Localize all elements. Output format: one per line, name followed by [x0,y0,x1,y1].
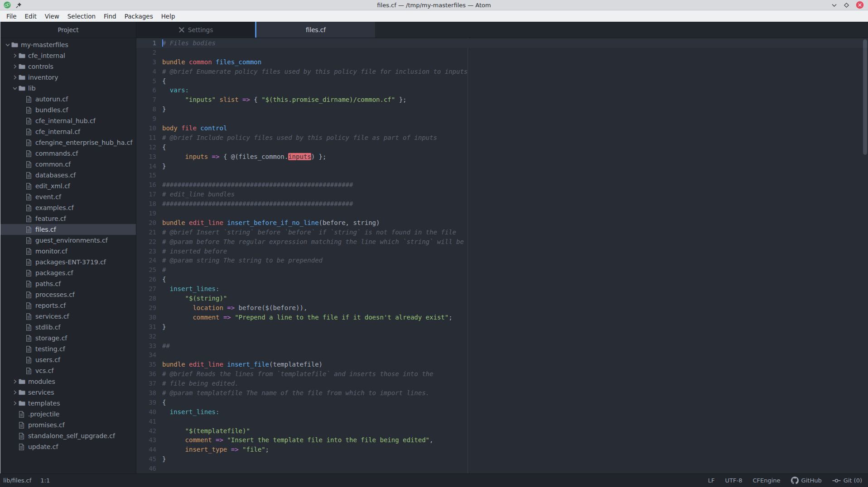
code-line-8[interactable]: 8} [136,105,868,114]
menu-edit[interactable]: Edit [21,13,41,20]
tree-item-my-masterfiles[interactable]: my-masterfiles [0,39,136,50]
code-line-9[interactable]: 9 [136,114,868,124]
tree-item-autorun.cf[interactable]: autorun.cf [0,94,136,105]
tree-item-files.cf[interactable]: files.cf [0,224,136,235]
code-line-43[interactable]: 43 comment => "Insert the template file … [136,435,868,445]
status-lf[interactable]: LF [708,477,715,484]
status-github[interactable]: GitHub [791,477,822,484]
status-git-0-[interactable]: Git (0) [832,477,862,484]
code-line-38[interactable]: 38# @param templatefile The name of the … [136,388,868,398]
menu-file[interactable]: File [2,13,21,20]
code-line-13[interactable]: 13 inputs => { @(files_common.inputs) }; [136,152,868,162]
close-button[interactable] [856,1,864,9]
tree-item-paths.cf[interactable]: paths.cf [0,278,136,289]
code-line-16[interactable]: 16######################################… [136,180,868,190]
code-line-10[interactable]: 10body file control [136,124,868,133]
code-line-2[interactable]: 2 [136,48,868,57]
code-line-35[interactable]: 35bundle edit_line insert_file(templatef… [136,360,868,369]
chevron-slot[interactable] [11,86,19,91]
tree-item-cfengine_enterprise_hub_ha.cf[interactable]: cfengine_enterprise_hub_ha.cf [0,137,136,148]
tree-item-services[interactable]: services [0,387,136,398]
code-line-21[interactable]: 21# @brief Insert `string` before `befor… [136,228,868,237]
tree-item-examples.cf[interactable]: examples.cf [0,202,136,213]
code-line-17[interactable]: 17# edit_line bundles [136,190,868,199]
code-line-19[interactable]: 19 [136,209,868,218]
code-line-46[interactable]: 46 [136,464,868,473]
code-line-39[interactable]: 39{ [136,398,868,407]
code-line-37[interactable]: 37# file being edited. [136,379,868,388]
tree-item-monitor.cf[interactable]: monitor.cf [0,246,136,257]
tree-item-templates[interactable]: templates [0,398,136,409]
code-line-41[interactable]: 41 [136,417,868,426]
tree-item-feature.cf[interactable]: feature.cf [0,213,136,224]
chevron-slot[interactable] [11,401,19,406]
tree-item-commands.cf[interactable]: commands.cf [0,148,136,159]
code-line-28[interactable]: 28 "$(string)" [136,294,868,303]
tree-item-cfe_internal[interactable]: cfe_internal [0,50,136,61]
tree-item-reports.cf[interactable]: reports.cf [0,300,136,311]
code-line-29[interactable]: 29 location => before($(before)), [136,303,868,313]
tab-settings[interactable]: Settings [136,22,255,38]
tree-item-storage.cf[interactable]: storage.cf [0,333,136,344]
menu-packages[interactable]: Packages [121,13,157,20]
tree-item-stdlib.cf[interactable]: stdlib.cf [0,322,136,333]
tree-item-services.cf[interactable]: services.cf [0,311,136,322]
tree-item-lib[interactable]: lib [0,83,136,94]
vertical-scrollbar[interactable] [863,39,867,155]
status-utf-8[interactable]: UTF-8 [725,477,743,484]
code-line-32[interactable]: 32 [136,332,868,341]
code-line-7[interactable]: 7 "inputs" slist => { "$(this.promise_di… [136,95,868,105]
code-line-30[interactable]: 30 comment => "Prepend a line to the fil… [136,313,868,322]
status-file-path[interactable]: lib/files.cf [3,477,31,484]
tree-item-packages-ENT-3719.cf[interactable]: packages-ENT-3719.cf [0,257,136,267]
code-line-25[interactable]: 25# [136,265,868,275]
chevron-slot[interactable] [11,53,19,58]
code-line-1[interactable]: 1# Files bodies [136,38,868,48]
code-line-12[interactable]: 12{ [136,143,868,152]
code-line-26[interactable]: 26{ [136,275,868,284]
tree-item-standalone_self_upgrade.cf[interactable]: standalone_self_upgrade.cf [0,430,136,441]
tree-item-guest_environments.cf[interactable]: guest_environments.cf [0,235,136,246]
code-line-18[interactable]: 18######################################… [136,199,868,209]
menu-selection[interactable]: Selection [63,13,100,20]
tree-item-controls[interactable]: controls [0,61,136,72]
code-line-31[interactable]: 31} [136,322,868,332]
tree-item-testing.cf[interactable]: testing.cf [0,344,136,354]
code-line-4[interactable]: 4# @brief Enumerate policy files used by… [136,67,868,76]
status-cfengine[interactable]: CFEngine [752,477,780,484]
tree-item-promises.cf[interactable]: promises.cf [0,420,136,430]
tree-item-packages.cf[interactable]: packages.cf [0,267,136,278]
tree-item-.projectile[interactable]: .projectile [0,409,136,420]
project-panel-header[interactable]: Project [0,22,136,38]
minimize-button[interactable] [831,3,837,7]
chevron-slot[interactable] [11,390,19,395]
code-line-33[interactable]: 33## [136,341,868,351]
chevron-slot[interactable] [4,43,11,47]
tree-item-bundles.cf[interactable]: bundles.cf [0,105,136,115]
code-line-23[interactable]: 23# inserted before [136,247,868,256]
chevron-slot[interactable] [11,75,19,80]
code-line-40[interactable]: 40 insert_lines: [136,407,868,417]
tree-item-common.cf[interactable]: common.cf [0,159,136,170]
tree-item-cfe_internal_hub.cf[interactable]: cfe_internal_hub.cf [0,115,136,126]
code-line-6[interactable]: 6 vars: [136,86,868,95]
code-line-42[interactable]: 42 "$(templatefile)" [136,426,868,436]
tree-item-update.cf[interactable]: update.cf [0,441,136,452]
code-line-5[interactable]: 5{ [136,76,868,86]
status-cursor-position[interactable]: 1:1 [40,477,50,484]
code-line-11[interactable]: 11# @brief Include policy files used by … [136,133,868,143]
chevron-slot[interactable] [11,64,19,69]
code-line-3[interactable]: 3bundle common files_common [136,57,868,67]
code-line-44[interactable]: 44 insert_type => "file"; [136,445,868,454]
menu-view[interactable]: View [41,13,63,20]
code-line-15[interactable]: 15 [136,171,868,180]
code-line-14[interactable]: 14} [136,162,868,171]
tree-item-modules[interactable]: modules [0,376,136,387]
code-line-24[interactable]: 24# @param string The string to be prepe… [136,256,868,265]
code-line-45[interactable]: 45} [136,454,868,464]
tree-item-processes.cf[interactable]: processes.cf [0,289,136,300]
tree-item-edit_xml.cf[interactable]: edit_xml.cf [0,181,136,191]
tree-item-databases.cf[interactable]: databases.cf [0,170,136,181]
code-line-22[interactable]: 22# @param before The regular expression… [136,237,868,247]
text-editor[interactable]: 1# Files bodies23bundle common files_com… [136,38,868,473]
